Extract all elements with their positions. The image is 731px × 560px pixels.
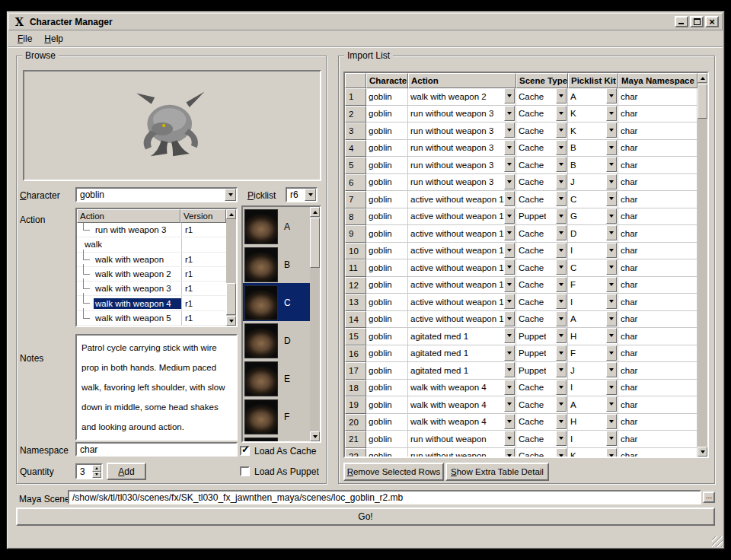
cell-scene-type[interactable]: Puppet bbox=[516, 362, 568, 380]
dropdown-button[interactable] bbox=[556, 174, 567, 189]
dropdown-button[interactable] bbox=[556, 448, 567, 457]
dropdown-button[interactable] bbox=[556, 106, 567, 121]
dropdown-button[interactable] bbox=[606, 431, 617, 446]
cell-maya-namespace[interactable]: char bbox=[618, 140, 697, 158]
action-tree-row[interactable]: walk bbox=[77, 237, 226, 252]
dropdown-button[interactable] bbox=[606, 311, 617, 326]
menu-help[interactable]: Help bbox=[40, 32, 68, 46]
maximize-button[interactable] bbox=[690, 16, 704, 27]
dropdown-button[interactable] bbox=[305, 189, 316, 201]
import-row[interactable]: 20 goblin walk with weapon 4 Cache H bbox=[345, 414, 697, 431]
import-row[interactable]: 5 goblin run without weapon 3 Cache B bbox=[345, 157, 697, 174]
dropdown-button[interactable] bbox=[504, 414, 515, 429]
picklist-thumb[interactable]: D bbox=[243, 321, 310, 359]
cell-picklist-kit[interactable]: I bbox=[568, 243, 618, 260]
cell-character[interactable]: goblin bbox=[366, 277, 408, 294]
column-header-picklist-kit[interactable]: Picklist Kit bbox=[568, 73, 618, 88]
cell-action[interactable]: agitated med 1 bbox=[408, 328, 516, 345]
cell-action[interactable]: run without weapon bbox=[408, 448, 516, 457]
import-row[interactable]: 16 goblin agitated med 1 Puppet F bbox=[345, 345, 697, 363]
cell-scene-type[interactable]: Cache bbox=[516, 277, 568, 294]
cell-picklist-kit[interactable]: H bbox=[568, 414, 618, 431]
cell-character[interactable]: goblin bbox=[366, 123, 408, 140]
titlebar[interactable]: X Character Manager × bbox=[8, 13, 723, 30]
dropdown-button[interactable] bbox=[504, 396, 515, 412]
cell-character[interactable]: goblin bbox=[366, 191, 408, 208]
cell-action[interactable]: walk with weapon 4 bbox=[408, 380, 516, 397]
cell-action[interactable]: active without weapon 1 bbox=[408, 311, 516, 329]
cell-maya-namespace[interactable]: char bbox=[618, 328, 697, 345]
picklist-thumb[interactable]: C bbox=[243, 283, 310, 321]
minimize-button[interactable] bbox=[675, 16, 688, 27]
cell-maya-namespace[interactable]: char bbox=[618, 294, 697, 311]
cell-action[interactable]: run without weapon bbox=[408, 431, 516, 448]
dropdown-button[interactable] bbox=[606, 345, 617, 361]
cell-scene-type[interactable]: Cache bbox=[516, 191, 568, 208]
cell-maya-namespace[interactable]: char bbox=[618, 396, 697, 414]
action-tree-row[interactable]: walk with weapon 2 r1 bbox=[77, 267, 226, 282]
cell-scene-type[interactable]: Cache bbox=[516, 123, 568, 140]
dropdown-button[interactable] bbox=[556, 362, 567, 377]
cell-scene-type[interactable]: Puppet bbox=[516, 208, 568, 226]
cell-scene-type[interactable]: Cache bbox=[516, 431, 568, 448]
dropdown-button[interactable] bbox=[504, 431, 515, 446]
cell-maya-namespace[interactable]: char bbox=[618, 157, 697, 174]
cell-character[interactable]: goblin bbox=[366, 328, 408, 345]
dropdown-button[interactable] bbox=[504, 243, 515, 258]
menu-file[interactable]: File bbox=[13, 32, 37, 46]
picklist-combobox[interactable]: r6 bbox=[286, 187, 318, 202]
dropdown-button[interactable] bbox=[504, 123, 515, 138]
cell-picklist-kit[interactable]: F bbox=[568, 277, 618, 294]
cell-action[interactable]: run without weapon 3 bbox=[408, 106, 516, 123]
import-row[interactable]: 4 goblin run without weapon 3 Cache B bbox=[345, 140, 697, 158]
cell-action[interactable]: active without weapon 1 bbox=[408, 208, 516, 226]
cell-picklist-kit[interactable]: A bbox=[568, 88, 618, 106]
picklist-thumb[interactable]: A bbox=[243, 207, 310, 245]
dropdown-button[interactable] bbox=[556, 123, 567, 138]
import-row[interactable]: 19 goblin walk with weapon 4 Cache A bbox=[345, 396, 697, 414]
column-header-scene-type[interactable]: Scene Type bbox=[516, 73, 568, 88]
cell-picklist-kit[interactable]: C bbox=[568, 191, 618, 208]
cell-maya-namespace[interactable]: char bbox=[618, 88, 697, 106]
picklist-thumb[interactable]: E bbox=[243, 359, 310, 397]
dropdown-button[interactable] bbox=[556, 345, 567, 361]
cell-character[interactable]: goblin bbox=[366, 396, 408, 414]
cell-action[interactable]: active without weapon 1 bbox=[408, 294, 516, 311]
cell-maya-namespace[interactable]: char bbox=[618, 243, 697, 260]
cell-scene-type[interactable]: Cache bbox=[516, 380, 568, 397]
dropdown-button[interactable] bbox=[504, 157, 515, 172]
cell-scene-type[interactable]: Cache bbox=[516, 140, 568, 158]
import-row[interactable]: 15 goblin agitated med 1 Puppet H bbox=[345, 328, 697, 345]
cell-scene-type[interactable]: Cache bbox=[516, 243, 568, 260]
scrollbar-thumb[interactable] bbox=[226, 283, 236, 315]
dropdown-button[interactable] bbox=[556, 225, 567, 240]
cell-character[interactable]: goblin bbox=[366, 140, 408, 158]
import-row[interactable]: 11 goblin active without weapon 1 Cache … bbox=[345, 259, 697, 277]
dropdown-button[interactable] bbox=[606, 174, 617, 189]
column-header-version[interactable]: Version bbox=[180, 209, 226, 223]
cell-picklist-kit[interactable]: D bbox=[568, 225, 618, 243]
cell-scene-type[interactable]: Cache bbox=[516, 88, 568, 106]
dropdown-button[interactable] bbox=[556, 431, 567, 446]
cell-maya-namespace[interactable]: char bbox=[618, 448, 697, 457]
action-tree-row[interactable]: walk with weapon 4 r1 bbox=[77, 296, 226, 310]
dropdown-button[interactable] bbox=[556, 157, 567, 172]
remove-selected-rows-button[interactable]: Remove Selected Rows bbox=[343, 463, 444, 481]
cell-maya-namespace[interactable]: char bbox=[618, 431, 697, 448]
cell-character[interactable]: goblin bbox=[366, 448, 408, 457]
import-row[interactable]: 22 goblin run without weapon Cache K bbox=[345, 448, 697, 457]
dropdown-button[interactable] bbox=[606, 191, 617, 206]
cell-action[interactable]: active without weapon 1 bbox=[408, 225, 516, 243]
cell-picklist-kit[interactable]: K bbox=[568, 123, 618, 140]
cell-maya-namespace[interactable]: char bbox=[618, 123, 697, 140]
action-tree-row[interactable]: walk with weapon 3 r1 bbox=[77, 282, 226, 296]
cell-picklist-kit[interactable]: C bbox=[568, 259, 618, 277]
cell-picklist-kit[interactable]: F bbox=[568, 345, 618, 363]
dropdown-button[interactable] bbox=[504, 191, 515, 206]
scroll-up-button[interactable] bbox=[697, 73, 707, 83]
dropdown-button[interactable] bbox=[556, 294, 567, 309]
cell-character[interactable]: goblin bbox=[366, 157, 408, 174]
action-tree-row[interactable]: walk with weapon 5 r1 bbox=[77, 311, 226, 326]
cell-character[interactable]: goblin bbox=[366, 380, 408, 397]
dropdown-button[interactable] bbox=[504, 294, 515, 309]
